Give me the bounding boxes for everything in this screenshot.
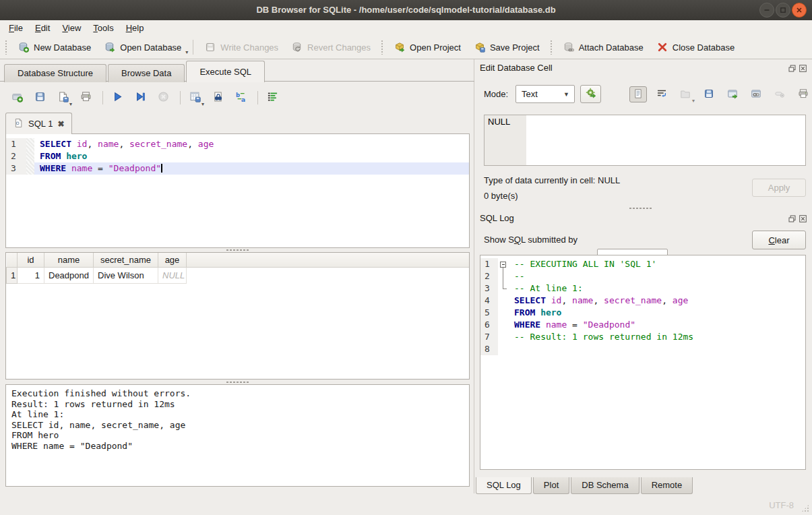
link-button[interactable] xyxy=(747,86,765,102)
code-line: 5FROM hero xyxy=(480,307,805,319)
clear-log-button[interactable]: Clear xyxy=(752,231,806,249)
row-filler xyxy=(187,267,470,283)
cell-size-text: 0 byte(s) xyxy=(484,191,518,201)
vertical-divider[interactable] xyxy=(474,59,474,493)
close-panel-icon[interactable] xyxy=(799,214,807,224)
sql-editor-tab-label: SQL 1 xyxy=(28,119,53,129)
menu-help[interactable]: Help xyxy=(120,21,150,35)
tab-database-structure[interactable]: Database Structure xyxy=(4,64,106,82)
print-button[interactable] xyxy=(75,89,96,107)
execute-line-icon xyxy=(135,91,146,104)
close-database-button[interactable]: Close Database xyxy=(650,38,742,56)
fold-margin xyxy=(498,319,509,331)
execution-message-box[interactable]: Execution finished without errors.Result… xyxy=(5,384,470,487)
edit-cell-panel-title: Edit Database Cell xyxy=(480,63,553,73)
fold-margin[interactable] xyxy=(498,258,509,270)
toolbar-grip[interactable] xyxy=(381,40,384,55)
open-file-icon xyxy=(680,88,691,101)
sql-log-view[interactable]: 1-- EXECUTING ALL IN 'SQL 1'2--3-- At li… xyxy=(480,255,806,470)
splitter-editor-results[interactable] xyxy=(5,248,470,251)
titlebar: DB Browser for SQLite - /home/user/code/… xyxy=(0,0,812,20)
execute-all-button[interactable] xyxy=(107,89,127,107)
cell-id[interactable]: 1 xyxy=(18,267,44,283)
toolbar-separator xyxy=(193,40,193,55)
dock-tab-plot[interactable]: Plot xyxy=(533,477,569,494)
word-wrap-button[interactable] xyxy=(653,86,670,102)
mode-select[interactable]: Text ▼ xyxy=(516,85,575,103)
execute-line-button[interactable] xyxy=(130,89,150,107)
minimize-icon[interactable] xyxy=(759,3,774,18)
attach-database-button[interactable]: Attach Database xyxy=(557,38,650,56)
column-header-age[interactable]: age xyxy=(158,253,187,267)
chevron-down-icon: ▾ xyxy=(201,101,204,107)
close-icon[interactable] xyxy=(792,3,807,18)
column-header-name[interactable]: name xyxy=(44,253,94,267)
cell-age[interactable]: NULL xyxy=(158,267,187,283)
column-header-id[interactable]: id xyxy=(18,253,44,267)
column-header-secret-name[interactable]: secret_name xyxy=(94,253,158,267)
revert-changes-label: Revert Changes xyxy=(307,42,371,53)
line-number: 8 xyxy=(480,343,498,355)
cell-secret-name[interactable]: Dive Wilson xyxy=(94,267,158,283)
sql-editor-tab[interactable]: SQL 1 ✖ xyxy=(5,113,72,134)
toolbar-grip[interactable] xyxy=(5,40,8,55)
row-number-header xyxy=(7,253,18,267)
line-number: 7 xyxy=(480,331,498,343)
new-database-button[interactable]: New Database xyxy=(11,38,98,56)
open-sql-file-button[interactable] xyxy=(30,89,50,107)
dock-tab-sql-log[interactable]: SQL Log xyxy=(476,477,532,494)
find-replace-button[interactable]: ba xyxy=(230,89,251,107)
window-title: DB Browser for SQLite - /home/user/code/… xyxy=(0,0,812,20)
close-tab-icon[interactable]: ✖ xyxy=(57,119,64,129)
word-wrap-icon xyxy=(656,88,667,101)
edit-cell-toolbar: ▾ xyxy=(629,86,812,103)
cell-type-text: Type of data currently in cell: NULL xyxy=(484,175,620,185)
save-file-button[interactable] xyxy=(700,86,718,102)
float-panel-icon[interactable] xyxy=(788,214,796,224)
open-file-button: ▾ xyxy=(677,86,694,102)
message-line: Result: 1 rows returned in 12ms xyxy=(11,399,464,410)
save-sql-file-button[interactable]: ▾ xyxy=(53,89,73,107)
maximize-icon[interactable] xyxy=(776,3,790,18)
sql-editor[interactable]: 1SELECT id, name, secret_name, age2FROM … xyxy=(5,133,470,248)
table-row[interactable]: 11DeadpondDive WilsonNULL xyxy=(7,267,470,283)
menu-file[interactable]: File xyxy=(3,21,29,35)
close-panel-icon[interactable] xyxy=(799,64,807,74)
code-text: FROM hero xyxy=(34,150,469,162)
line-number: 3 xyxy=(6,162,26,175)
mode-label: Mode: xyxy=(484,85,508,103)
menu-edit[interactable]: Edit xyxy=(29,21,56,35)
fold-collapse-icon[interactable] xyxy=(500,262,506,268)
export-results-button[interactable]: ▾ xyxy=(185,89,205,107)
write-changes-label: Write Changes xyxy=(220,42,278,53)
header-filler xyxy=(187,253,470,267)
splitter-dock[interactable] xyxy=(475,206,807,210)
line-number: 3 xyxy=(480,282,498,295)
change-marker-margin xyxy=(26,162,34,175)
toolbar-grip[interactable] xyxy=(550,40,553,55)
resize-grip[interactable] xyxy=(801,504,809,512)
auto-apply-settings-button[interactable] xyxy=(580,85,601,103)
format-sql-button[interactable] xyxy=(262,89,282,107)
dock-tab-remote[interactable]: Remote xyxy=(641,477,693,494)
tab-browse-data[interactable]: Browse Data xyxy=(108,64,185,82)
menu-view[interactable]: View xyxy=(56,21,87,35)
cell-editor[interactable]: NULL xyxy=(484,115,806,166)
code-line: 3WHERE name = "Deadpond" xyxy=(6,162,469,175)
find-button[interactable] xyxy=(208,89,228,107)
open-project-button[interactable]: Open Project xyxy=(387,38,468,56)
save-project-button[interactable]: Save Project xyxy=(468,38,546,56)
splitter-results-messages[interactable] xyxy=(5,380,470,384)
dock-tab-db-schema[interactable]: DB Schema xyxy=(571,477,639,494)
code-text: FROM hero xyxy=(509,307,805,319)
tab-execute-sql[interactable]: Execute SQL xyxy=(186,61,265,82)
print-button[interactable] xyxy=(794,86,812,102)
open-database-button[interactable]: Open Database▾ xyxy=(98,38,188,56)
cell-name[interactable]: Deadpond xyxy=(44,267,94,283)
text-mode-button[interactable] xyxy=(629,86,647,102)
code-text: -- xyxy=(509,270,805,282)
menu-tools[interactable]: Tools xyxy=(87,21,119,35)
import-window-button[interactable] xyxy=(724,86,741,102)
float-panel-icon[interactable] xyxy=(788,64,796,74)
new-sql-tab-button[interactable] xyxy=(7,89,27,107)
